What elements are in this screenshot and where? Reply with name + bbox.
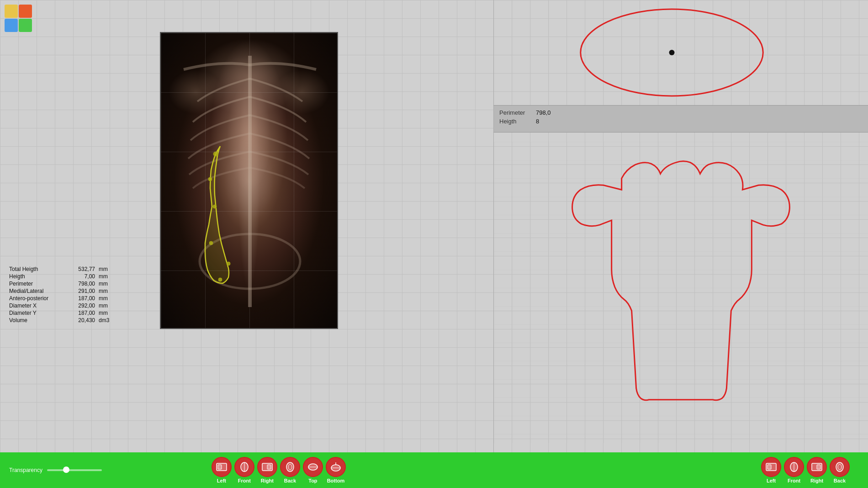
- total-height-value: 532,77: [68, 266, 95, 272]
- cross-section-panel: [493, 0, 868, 105]
- view-button-top[interactable]: Top: [303, 457, 323, 483]
- svg-rect-13: [218, 465, 222, 469]
- view-button-front2[interactable]: Front: [784, 457, 804, 483]
- view-button-back2[interactable]: Back: [830, 457, 850, 483]
- volume-unit: dm3: [99, 317, 112, 324]
- view-button-left2[interactable]: Left: [761, 457, 781, 483]
- svg-rect-11: [494, 142, 868, 443]
- view-front-label: Front: [238, 478, 251, 483]
- svg-rect-17: [267, 465, 271, 469]
- svg-point-31: [836, 462, 843, 472]
- antero-posterior-value: 187,00: [68, 295, 95, 302]
- info-perimeter-value: 798,0: [536, 109, 551, 116]
- medial-lateral-label: Medial/Lateral: [9, 288, 64, 294]
- view-buttons-left-group: Left Front Right: [212, 457, 346, 483]
- view-back2-label: Back: [834, 478, 846, 483]
- transparency-slider-track[interactable]: [47, 469, 102, 471]
- view-left2-label: Left: [767, 478, 776, 483]
- diameter-y-value: 187,00: [68, 310, 95, 316]
- view-left2-icon[interactable]: [761, 457, 781, 477]
- stats-panel: Total Heigth 532,77 mm Heigth 7,00 mm Pe…: [9, 266, 112, 324]
- medial-lateral-unit: mm: [99, 288, 112, 294]
- info-height-row: Heigth 8: [499, 118, 863, 125]
- volume-label: Volume: [9, 317, 64, 324]
- antero-posterior-unit: mm: [99, 295, 112, 302]
- view-buttons-right-group: Left Front Right: [761, 457, 850, 483]
- app-logo: [5, 5, 32, 32]
- view-button-front[interactable]: Front: [234, 457, 254, 483]
- main-area: Total Heigth 532,77 mm Heigth 7,00 mm Pe…: [0, 0, 868, 452]
- left-panel: Total Heigth 532,77 mm Heigth 7,00 mm Pe…: [0, 0, 493, 452]
- view-front-icon[interactable]: [234, 457, 254, 477]
- transparency-label: Transparency: [9, 467, 42, 473]
- cross-section-svg: [494, 0, 868, 105]
- antero-posterior-label: Antero-posterior: [9, 295, 64, 302]
- total-height-unit: mm: [99, 266, 112, 272]
- body-outline-panel: [493, 133, 868, 452]
- view-right2-icon[interactable]: [807, 457, 827, 477]
- view-back-label: Back: [284, 478, 296, 483]
- medial-lateral-value: 291,00: [68, 288, 95, 294]
- svg-point-18: [286, 462, 294, 472]
- view-button-bottom[interactable]: Bottom: [326, 457, 346, 483]
- stat-height: Heigth 7,00 mm: [9, 273, 112, 280]
- stat-perimeter: Perimeter 798,00 mm: [9, 281, 112, 287]
- volume-value: 20,430: [68, 317, 95, 324]
- diameter-y-label: Diameter Y: [9, 310, 64, 316]
- perimeter-unit: mm: [99, 281, 112, 287]
- body-outline-svg: [494, 133, 868, 452]
- stat-diameter-x: Diameter X 292,00 mm: [9, 302, 112, 309]
- info-height-label: Heigth: [499, 118, 536, 125]
- info-height-value: 8: [536, 118, 539, 125]
- view-left-icon[interactable]: [212, 457, 232, 477]
- view-right-icon[interactable]: [257, 457, 277, 477]
- right-panel: Perimeter 798,0 Heigth 8: [493, 0, 868, 452]
- svg-rect-8: [494, 0, 868, 105]
- svg-point-10: [669, 50, 675, 55]
- view-button-left[interactable]: Left: [212, 457, 232, 483]
- view-left-label: Left: [217, 478, 226, 483]
- xray-image: [161, 33, 337, 328]
- transparency-control: Transparency: [9, 467, 102, 473]
- perimeter-label: Perimeter: [9, 281, 64, 287]
- diameter-y-unit: mm: [99, 310, 112, 316]
- view-right-label: Right: [261, 478, 274, 483]
- xray-display[interactable]: [160, 32, 338, 329]
- info-panel: Perimeter 798,0 Heigth 8: [493, 105, 868, 133]
- transparency-slider-thumb[interactable]: [63, 467, 69, 473]
- diameter-x-unit: mm: [99, 302, 112, 309]
- view-right2-label: Right: [810, 478, 823, 483]
- view-top-icon[interactable]: [303, 457, 323, 477]
- total-height-label: Total Heigth: [9, 266, 64, 272]
- stat-antero-posterior: Antero-posterior 187,00 mm: [9, 295, 112, 302]
- info-perimeter-row: Perimeter 798,0: [499, 109, 863, 116]
- diameter-x-label: Diameter X: [9, 302, 64, 309]
- view-front2-label: Front: [788, 478, 800, 483]
- stat-medial-lateral: Medial/Lateral 291,00 mm: [9, 288, 112, 294]
- stat-volume: Volume 20,430 dm3: [9, 317, 112, 324]
- view-button-right2[interactable]: Right: [807, 457, 827, 483]
- xray-grid-overlay: [161, 33, 337, 328]
- view-front2-icon[interactable]: [784, 457, 804, 477]
- svg-rect-30: [817, 465, 820, 469]
- view-bottom-label: Bottom: [327, 478, 345, 483]
- height-label: Heigth: [9, 273, 64, 280]
- view-bottom-icon[interactable]: [326, 457, 346, 477]
- height-value: 7,00: [68, 273, 95, 280]
- diameter-x-value: 292,00: [68, 302, 95, 309]
- view-back2-icon[interactable]: [830, 457, 850, 477]
- stat-diameter-y: Diameter Y 187,00 mm: [9, 310, 112, 316]
- perimeter-value: 798,00: [68, 281, 95, 287]
- view-back-icon[interactable]: [280, 457, 300, 477]
- view-button-back[interactable]: Back: [280, 457, 300, 483]
- view-button-right[interactable]: Right: [257, 457, 277, 483]
- svg-rect-26: [767, 465, 771, 469]
- height-unit: mm: [99, 273, 112, 280]
- stat-total-height: Total Heigth 532,77 mm: [9, 266, 112, 272]
- info-perimeter-label: Perimeter: [499, 109, 536, 116]
- toolbar: Transparency Left Front: [0, 452, 868, 488]
- view-top-label: Top: [308, 478, 317, 483]
